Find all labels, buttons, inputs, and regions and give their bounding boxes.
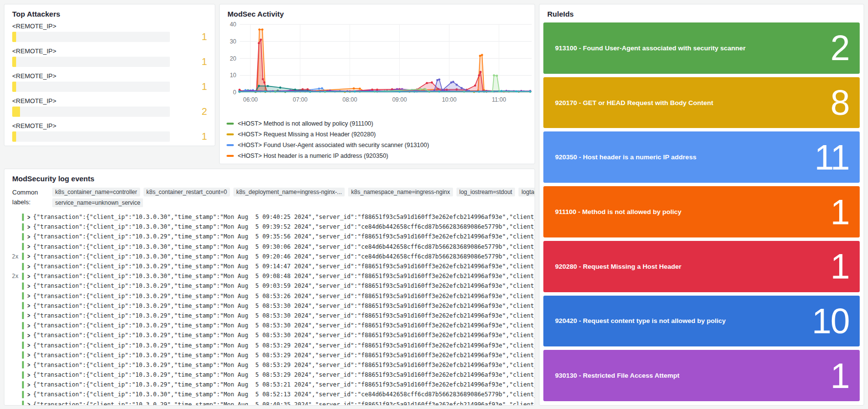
chevron-right-icon[interactable]: > (27, 293, 30, 299)
ruleid-stat-value: 10 (812, 303, 849, 339)
ruleid-stat-label: 920420 - Request content type is not all… (555, 317, 726, 325)
attacker-bar-fill (12, 82, 16, 92)
ruleid-stat-card: 920350 - Host header is a numeric IP add… (543, 131, 860, 183)
chevron-right-icon[interactable]: > (27, 263, 30, 269)
legend-color-dash (227, 133, 234, 135)
log-line-text: {"transaction":{"client_ip":"10.3.0.30",… (33, 389, 535, 399)
label-chip-row: service_name=unknown_service (52, 198, 535, 207)
attacker-label: <REMOTE_IP> (12, 72, 207, 80)
log-row[interactable]: >{"transaction":{"client_ip":"10.3.0.30"… (4, 222, 535, 232)
panel-title-top-attackers[interactable]: Top Attackers (4, 4, 215, 19)
log-row[interactable]: >{"transaction":{"client_ip":"10.3.0.30"… (4, 212, 535, 222)
log-row[interactable]: 2x>{"transaction":{"client_ip":"10.3.0.3… (4, 252, 535, 261)
attacker-bar-fill (12, 57, 16, 67)
log-row[interactable]: >{"transaction":{"client_ip":"10.3.0.29"… (4, 380, 535, 389)
label-chip-row: k8s_container_name=controllerk8s_contain… (52, 188, 535, 196)
attacker-row: <REMOTE_IP>2 (12, 97, 207, 117)
chevron-right-icon[interactable]: > (27, 273, 30, 280)
log-level-bar (22, 214, 24, 221)
chevron-right-icon[interactable]: > (27, 224, 30, 230)
log-row[interactable]: >{"transaction":{"client_ip":"10.3.0.29"… (4, 370, 535, 380)
chevron-right-icon[interactable]: > (27, 312, 30, 319)
chevron-right-icon[interactable]: > (27, 371, 30, 378)
chevron-right-icon[interactable]: > (27, 253, 30, 259)
log-level-bar (22, 253, 24, 260)
ruleid-stat-card: 913100 - Found User-Agent associated wit… (543, 22, 860, 74)
log-line-text: {"transaction":{"client_ip":"10.3.0.29",… (33, 281, 535, 291)
chevron-right-icon[interactable]: > (27, 283, 30, 289)
chevron-right-icon[interactable]: > (27, 323, 30, 329)
common-labels-chip-rows: k8s_container_name=controllerk8s_contain… (52, 188, 535, 209)
panel-title-log-events[interactable]: ModSecurity log events (4, 169, 535, 183)
log-level-bar (22, 273, 24, 280)
attacker-row: <REMOTE_IP>1 (12, 22, 207, 42)
x-axis-tick: 07:00 (293, 96, 308, 103)
log-row[interactable]: >{"transaction":{"client_ip":"10.3.0.29"… (4, 400, 535, 406)
x-axis-tick: 06:00 (243, 96, 258, 103)
y-axis-tick: 0 (233, 89, 236, 96)
log-line-text: {"transaction":{"client_ip":"10.3.0.30",… (33, 271, 535, 281)
attacker-row: <REMOTE_IP>1 (12, 47, 207, 67)
log-row[interactable]: >{"transaction":{"client_ip":"10.3.0.29"… (4, 281, 535, 291)
legend-item[interactable]: <HOST> Method is not allowed by policy (… (227, 118, 535, 129)
legend-label: <HOST> Host header is a numeric IP addre… (238, 152, 388, 159)
log-row[interactable]: >{"transaction":{"client_ip":"10.3.0.29"… (4, 360, 535, 370)
log-level-bar (22, 401, 24, 406)
chevron-right-icon[interactable]: > (27, 332, 30, 339)
attacker-bar-fill (12, 107, 20, 117)
log-row[interactable]: >{"transaction":{"client_ip":"10.3.0.29"… (4, 232, 535, 241)
log-row[interactable]: >{"transaction":{"client_ip":"10.3.0.29"… (4, 301, 535, 311)
panel-ruleids: RuleIds 913100 - Found User-Agent associ… (539, 4, 864, 406)
log-level-bar (22, 223, 24, 231)
chevron-right-icon[interactable]: > (27, 234, 30, 240)
attacker-row: <REMOTE_IP>1 (12, 72, 207, 92)
chevron-right-icon[interactable]: > (27, 352, 30, 358)
attacker-bar-track (12, 82, 170, 92)
chevron-right-icon[interactable]: > (27, 382, 30, 388)
log-row[interactable]: >{"transaction":{"client_ip":"10.3.0.29"… (4, 311, 535, 321)
legend-label: <HOST> Found User-Agent associated with … (238, 142, 429, 149)
chevron-right-icon[interactable]: > (27, 342, 30, 348)
log-row[interactable]: >{"transaction":{"client_ip":"10.3.0.29"… (4, 321, 535, 330)
log-row[interactable]: >{"transaction":{"client_ip":"10.3.0.29"… (4, 350, 535, 360)
panel-title-modsec-activity[interactable]: ModSec Activity (220, 4, 535, 19)
chevron-right-icon[interactable]: > (27, 214, 30, 220)
log-level-bar (22, 243, 24, 250)
panel-modsecurity-log-events: ModSecurity log events Common labels: k8… (4, 169, 535, 406)
x-axis-tick: 11:00 (492, 96, 506, 103)
chevron-right-icon[interactable]: > (27, 401, 30, 406)
panel-title-ruleids[interactable]: RuleIds (539, 4, 864, 19)
log-row[interactable]: >{"transaction":{"client_ip":"10.3.0.30"… (4, 389, 535, 399)
log-line-text: {"transaction":{"client_ip":"10.3.0.30",… (33, 212, 535, 222)
attacker-bar-track (12, 131, 170, 142)
chevron-right-icon[interactable]: > (27, 362, 30, 368)
attacker-value: 1 (170, 82, 207, 92)
log-row[interactable]: >{"transaction":{"client_ip":"10.3.0.29"… (4, 340, 535, 350)
log-row[interactable]: 2x>{"transaction":{"client_ip":"10.3.0.3… (4, 271, 535, 281)
log-row[interactable]: >{"transaction":{"client_ip":"10.3.0.29"… (4, 330, 535, 340)
log-duplicate-count: 2x (4, 273, 22, 280)
legend-item[interactable]: <HOST> Host header is a numeric IP addre… (227, 151, 535, 161)
ruleid-stat-card: 920280 - Request Missing a Host Header1 (543, 241, 860, 292)
attacker-value: 1 (170, 32, 207, 42)
attacker-label: <REMOTE_IP> (12, 22, 207, 30)
chevron-right-icon[interactable]: > (27, 302, 30, 309)
legend-item[interactable]: <HOST> Request Missing a Host Header (92… (227, 129, 535, 140)
log-row[interactable]: >{"transaction":{"client_ip":"10.3.0.29"… (4, 291, 535, 301)
modsec-activity-legend: <HOST> Method is not allowed by policy (… (220, 117, 535, 161)
log-level-bar (22, 263, 24, 270)
modsec-activity-chart: 01020304006:0007:0008:0009:0010:0011:00 (220, 20, 535, 117)
ruleid-stat-label: 920280 - Request Missing a Host Header (555, 262, 682, 271)
ruleid-stat-card: 911100 - Method is not allowed by policy… (543, 186, 860, 237)
y-axis-tick: 40 (230, 21, 237, 28)
legend-item[interactable]: <HOST> Found User-Agent associated with … (227, 140, 535, 151)
label-chip: k8s_namespace_name=ingress-nginx (348, 188, 453, 196)
chevron-right-icon[interactable]: > (27, 391, 30, 398)
log-row-list: >{"transaction":{"client_ip":"10.3.0.30"… (4, 212, 535, 406)
label-chip: service_name=unknown_service (52, 198, 143, 207)
log-line-text: {"transaction":{"client_ip":"10.3.0.29",… (33, 341, 535, 350)
log-level-bar (22, 361, 24, 368)
log-row[interactable]: >{"transaction":{"client_ip":"10.3.0.29"… (4, 261, 535, 271)
log-row[interactable]: >{"transaction":{"client_ip":"10.3.0.30"… (4, 242, 535, 252)
chevron-right-icon[interactable]: > (27, 243, 30, 250)
